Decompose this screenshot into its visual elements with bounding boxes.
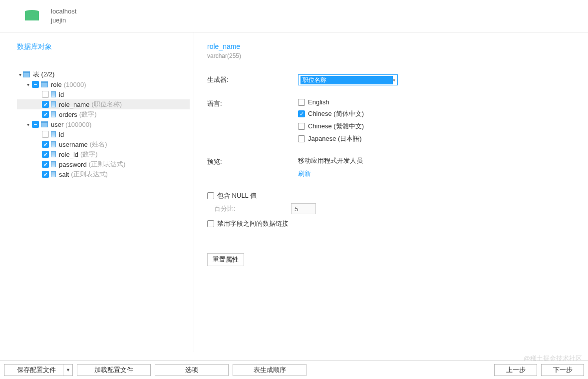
tree-hint: (数字) [79, 110, 97, 119]
tree-node-column[interactable]: id [17, 129, 190, 139]
tree-node-column[interactable]: username(姓名) [17, 139, 190, 149]
order-button[interactable]: 表生成顺序 [233, 364, 306, 376]
tree-node-table[interactable]: user(100000) [17, 119, 190, 129]
column-icon [51, 131, 56, 137]
table-group-icon [23, 71, 30, 77]
column-icon [51, 111, 56, 117]
generator-label: 生成器: [207, 74, 298, 84]
tree-hint: (数字) [80, 150, 98, 159]
prev-button[interactable]: 上一步 [494, 364, 537, 376]
language-checkbox[interactable] [298, 135, 305, 142]
database-icon [25, 10, 39, 22]
language-checkbox[interactable] [298, 110, 305, 117]
field-name: role_name [207, 42, 588, 50]
save-profile-button[interactable]: 保存配置文件 ▼ [4, 364, 73, 376]
column-icon [51, 151, 56, 157]
language-label: Chinese (简体中文) [308, 109, 364, 118]
chevron-down-icon: ▾ [393, 77, 395, 83]
tree-label: salt [59, 171, 69, 178]
tree-node-column[interactable]: id [17, 89, 190, 99]
percent-input[interactable] [291, 203, 316, 214]
column-icon [51, 91, 56, 97]
load-profile-button[interactable]: 加载配置文件 [77, 364, 151, 376]
tree-label: role [51, 81, 62, 88]
column-icon [51, 161, 56, 167]
tree-hint: (姓名) [90, 140, 107, 149]
include-null-row[interactable]: 包含 NULL 值 [207, 191, 588, 200]
tree-label: user [51, 121, 63, 128]
language-checkbox[interactable] [298, 123, 305, 130]
column-checkbox[interactable] [42, 111, 49, 118]
next-button[interactable]: 下一步 [541, 364, 584, 376]
language-option[interactable]: Chinese (简体中文) [298, 109, 364, 118]
tree-label: role_id [59, 151, 78, 158]
column-checkbox[interactable] [42, 131, 49, 138]
tree-node-column[interactable]: password(正则表达式) [17, 159, 190, 169]
tree-hint: (正则表达式) [89, 160, 126, 169]
tree-node-tables[interactable]: 表 (2/2) [17, 69, 190, 79]
preview-value: 移动应用程式开发人员 [298, 156, 363, 165]
tree-hint: (100000) [65, 121, 91, 128]
tree-label: orders [59, 111, 77, 118]
column-checkbox[interactable] [42, 91, 49, 98]
host-label: localhost [51, 7, 76, 16]
tristate-checkbox[interactable] [32, 81, 39, 88]
reset-button[interactable]: 重置属性 [207, 253, 244, 266]
tree-label: password [59, 161, 87, 168]
tree-node-table[interactable]: role(10000) [17, 79, 190, 89]
tree-node-column[interactable]: salt(正则表达式) [17, 169, 190, 179]
section-title: 数据库对象 [17, 42, 194, 51]
db-label: juejin [51, 16, 76, 25]
language-label: Chinese (繁體中文) [308, 122, 364, 131]
language-label: 语言: [207, 98, 298, 108]
disable-link-label: 禁用字段之间的数据链接 [217, 219, 289, 228]
tree-label: id [59, 91, 64, 98]
column-checkbox[interactable] [42, 151, 49, 158]
object-tree: 表 (2/2) role(10000)idrole_name(职位名称)orde… [17, 69, 194, 179]
column-icon [51, 171, 56, 177]
tree-node-column[interactable]: orders(数字) [17, 109, 190, 119]
header: localhost juejin [0, 0, 588, 32]
generator-value: 职位名称 [300, 76, 393, 84]
options-button[interactable]: 选项 [155, 364, 229, 376]
tree-label: username [59, 141, 88, 148]
preview-label: 预览: [207, 156, 298, 166]
chevron-down-icon: ▼ [66, 368, 70, 373]
table-icon [41, 121, 48, 127]
tree-label: role_name [59, 101, 89, 108]
language-option[interactable]: English [298, 98, 364, 106]
tree-node-column[interactable]: role_id(数字) [17, 149, 190, 159]
tree-label: 表 (2/2) [33, 70, 54, 79]
language-label: Japanese (日本語) [308, 134, 362, 143]
tree-label: id [59, 131, 64, 138]
percent-label: 百分比: [207, 204, 291, 213]
column-checkbox[interactable] [42, 141, 49, 148]
tree-hint: (职位名称) [91, 100, 122, 109]
caret-icon[interactable] [25, 122, 31, 127]
caret-icon[interactable] [25, 82, 31, 87]
caret-icon[interactable] [17, 72, 23, 77]
language-label: English [308, 98, 329, 106]
language-option[interactable]: Japanese (日本語) [298, 134, 364, 143]
footer: 保存配置文件 ▼ 加载配置文件 选项 表生成顺序 上一步 下一步 [0, 361, 588, 379]
column-icon [51, 101, 56, 107]
generator-combo[interactable]: 职位名称 ▾ [298, 74, 398, 85]
language-list: EnglishChinese (简体中文)Chinese (繁體中文)Japan… [298, 98, 364, 143]
column-icon [51, 141, 56, 147]
column-checkbox[interactable] [42, 161, 49, 168]
refresh-link[interactable]: 刷新 [298, 169, 363, 178]
tree-node-column[interactable]: role_name(职位名称) [17, 99, 190, 109]
include-null-checkbox[interactable] [207, 192, 214, 199]
field-type: varchar(255) [207, 52, 588, 59]
include-null-label: 包含 NULL 值 [217, 191, 257, 200]
language-option[interactable]: Chinese (繁體中文) [298, 122, 364, 131]
disable-link-checkbox[interactable] [207, 220, 214, 227]
tree-hint: (10000) [64, 81, 86, 88]
table-icon [41, 81, 48, 87]
disable-link-row[interactable]: 禁用字段之间的数据链接 [207, 219, 588, 228]
language-checkbox[interactable] [298, 99, 305, 106]
tristate-checkbox[interactable] [32, 121, 39, 128]
column-checkbox[interactable] [42, 171, 49, 178]
tree-hint: (正则表达式) [71, 170, 108, 179]
column-checkbox[interactable] [42, 101, 49, 108]
